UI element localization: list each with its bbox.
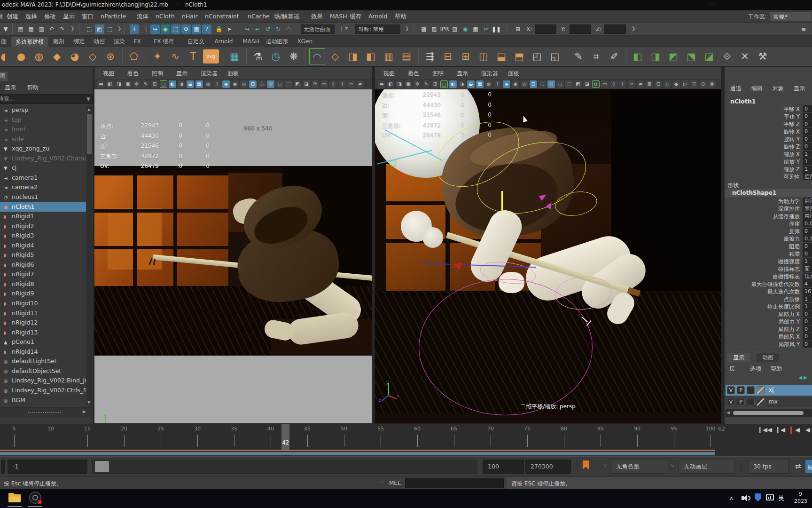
shelf-icon-18[interactable]: ◷ <box>268 48 284 64</box>
viewport-tool-icon-25[interactable]: ▭ <box>320 80 328 88</box>
layer-row-mx[interactable]: VPmx <box>726 397 812 407</box>
attr-value[interactable]: 0 <box>803 143 812 150</box>
outliner-item-nRigid5[interactable]: ◗nRigid5 <box>0 250 86 260</box>
viewport-tool-icon-4[interactable]: ✥ <box>133 80 141 88</box>
chevron-down-icon[interactable]: ▽ <box>671 463 674 468</box>
viewport-tool-icon-33[interactable]: ◆ <box>672 80 680 88</box>
shelf-icon-37[interactable]: ✎ <box>570 48 586 64</box>
attr-value[interactable]: 1 <box>803 258 812 265</box>
outliner-item-nRigid11[interactable]: ◗nRigid11 <box>0 309 86 318</box>
shelf-icon-24[interactable]: ◧ <box>363 48 379 64</box>
menu-8[interactable]: nHair <box>182 13 198 20</box>
expand-icon[interactable]: ❯ <box>405 26 409 31</box>
mel-input[interactable] <box>405 478 504 488</box>
redo-icon[interactable]: ↷ <box>57 24 67 34</box>
layer-color-swatch[interactable] <box>757 386 765 394</box>
selection-mode-dropdown-icon[interactable]: ▼ <box>1 24 10 34</box>
snap-plane-icon[interactable]: ◈ <box>161 24 170 34</box>
viewport-tool-icon-27[interactable]: ✛ <box>619 80 626 88</box>
viewport-tool-icon-8[interactable]: ◐ <box>449 80 457 88</box>
shelf-tab-5[interactable]: FX <box>130 37 145 47</box>
viewport-tool-icon-16[interactable]: ◎ <box>240 80 248 88</box>
y-field[interactable] <box>570 24 591 34</box>
cut-icon[interactable]: ✂ <box>481 24 491 34</box>
attr-value[interactable]: 0.005 <box>803 220 812 227</box>
shelf-icon-45[interactable]: ◪ <box>701 48 717 64</box>
layer-playback-toggle[interactable]: P <box>737 398 745 406</box>
outliner-vscroll-thumb[interactable] <box>87 114 92 154</box>
viewport-tool-icon-37[interactable]: ⊗ <box>708 80 716 88</box>
viewport-tool-icon-0[interactable]: ▬ <box>378 80 385 88</box>
attr-value[interactable]: 顶点 <box>803 273 812 280</box>
viewport-tool-icon-16[interactable]: ◎ <box>521 80 528 88</box>
undo-icon[interactable]: ↶ <box>47 24 56 34</box>
shelf-icon-32[interactable]: ⬓ <box>493 48 509 64</box>
render-view-icon[interactable]: ▩ <box>419 24 429 34</box>
viewport-tool-icon-24[interactable]: ⟳ <box>592 80 600 88</box>
viewport-tool-icon-32[interactable]: ◇ <box>664 80 671 88</box>
viewport-tool-icon-12[interactable]: ◍ <box>485 80 492 88</box>
outliner-item-nRigid2[interactable]: ◗nRigid2 <box>0 222 86 231</box>
history-2-icon[interactable]: ↩ <box>253 24 262 34</box>
attr-value[interactable]: 面 <box>803 265 812 272</box>
layer-empty-toggle[interactable] <box>747 386 755 394</box>
viewport-tool-icon-11[interactable]: ▦ <box>195 80 203 88</box>
viewport-tool-icon-3[interactable]: ▣ <box>405 80 412 88</box>
viewport-tool-icon-10[interactable]: ◒ <box>467 80 475 88</box>
tray-expand-icon[interactable]: ∧ <box>729 495 734 501</box>
pause-icon[interactable]: ❚❚ <box>492 24 501 34</box>
anim-start-field[interactable]: -1 <box>8 460 87 474</box>
attr-value[interactable]: 0 <box>803 310 812 318</box>
attr-value[interactable]: 0 <box>803 228 812 235</box>
outliner-item-Lindsey_Rig_V002:Bind_Jnts_Set[interactable]: ◎Lindsey_Rig_V002:Bind_Jnts_Set <box>0 376 86 385</box>
viewport-tool-icon-2[interactable]: ◨ <box>115 80 123 88</box>
viewport-menu-视图[interactable]: 视图 <box>103 67 114 78</box>
attr-value[interactable]: 0 <box>803 243 812 250</box>
viewport-menu-着色[interactable]: 着色 <box>408 67 419 78</box>
layer-menu-层[interactable]: 层 <box>729 365 735 373</box>
shelf-icon-28[interactable]: ⇶ <box>422 48 438 64</box>
symmetry-field[interactable]: 对称: 禁用 <box>355 24 400 34</box>
shelf-icon-10[interactable]: ✦ <box>149 48 165 64</box>
file-explorer-icon[interactable] <box>8 493 21 502</box>
make-live-icon[interactable]: ▦ <box>192 24 201 34</box>
attr-value[interactable]: 0 <box>803 341 812 348</box>
title-bar[interactable]: odesk MAYA 2023: F:\3D\DH\guimiezhiren\c… <box>0 0 812 10</box>
viewport-tool-icon-20[interactable]: ◻ <box>556 80 564 88</box>
viewport-tool-icon-21[interactable]: ⬚ <box>285 80 292 88</box>
shelf-icon-46[interactable]: ⟐ <box>719 48 735 64</box>
history-3-icon[interactable]: ↺ <box>263 24 273 34</box>
texture-view-icon[interactable]: ▦ <box>471 24 480 34</box>
outliner-item-defaultObjectSet[interactable]: ◎defaultObjectSet <box>0 366 86 376</box>
scroll-thumb[interactable] <box>733 411 804 415</box>
layer-color-swatch[interactable] <box>757 398 765 406</box>
menu-14[interactable]: 缓存 <box>350 13 361 21</box>
viewport-tool-icon-9[interactable]: ◑ <box>458 80 466 88</box>
range-sliver[interactable] <box>1 460 5 474</box>
menu-0[interactable]: 创建 <box>7 13 18 21</box>
viewport-tool-icon-25[interactable]: ▭ <box>601 80 609 88</box>
shelf-icon-42[interactable]: ◨ <box>648 48 664 64</box>
shelf-icon-22[interactable]: ◇ <box>327 48 343 64</box>
snap-help-icon[interactable]: ? <box>202 24 211 34</box>
viewport-tool-icon-31[interactable]: ⊟ <box>655 80 662 88</box>
menu-13[interactable]: MASH <box>330 13 347 20</box>
shelf-tab-6[interactable]: FX 缓存 <box>146 37 183 47</box>
viewport-tool-icon-7[interactable]: ▢ <box>440 80 448 88</box>
shelf-icon-48[interactable]: ⚒ <box>755 48 771 64</box>
xyz-input-mode-icon[interactable]: ⊞ <box>513 24 523 34</box>
attr-value[interactable]: 4 <box>803 280 812 287</box>
viewport-canvas-camera2[interactable]: 顶点:2294300边:4443000面:2154600三角形:4287200U… <box>94 89 372 423</box>
attr-value[interactable]: 0 <box>803 325 812 333</box>
save-scene-icon[interactable]: ▥ <box>37 24 46 34</box>
menu-2[interactable]: 修改 <box>44 13 56 21</box>
viewport-tool-icon-2[interactable]: ◨ <box>396 80 403 88</box>
viewport-tool-icon-6[interactable]: ⊞ <box>151 80 158 88</box>
viewport-tool-icon-36[interactable]: ⊙ <box>699 80 707 88</box>
outliner-item-top[interactable]: ◄top <box>0 115 86 125</box>
viewport-menu-照明[interactable]: 照明 <box>432 67 444 78</box>
render-settings-icon[interactable]: ▧ <box>450 24 460 34</box>
render-current-icon[interactable]: ▨ <box>429 24 439 34</box>
viewport-menu-照明[interactable]: 照明 <box>152 67 163 78</box>
viewport-tool-icon-35[interactable]: ▽ <box>690 80 698 88</box>
